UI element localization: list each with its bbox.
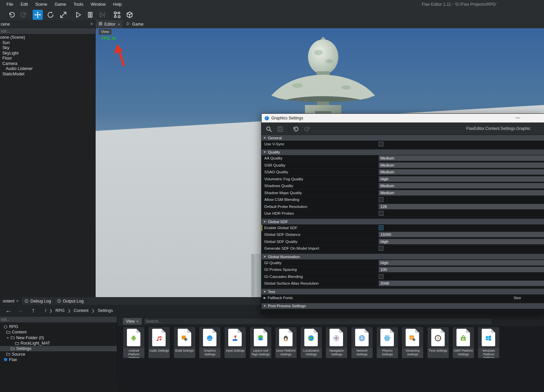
asset-network-settings[interactable]: Network Settings bbox=[351, 327, 373, 358]
section-header-general[interactable]: ▼General bbox=[262, 135, 544, 141]
value-field[interactable]: Medium bbox=[379, 163, 544, 168]
rotate-tool-button[interactable] bbox=[45, 10, 56, 20]
value-field[interactable]: 15000 bbox=[379, 232, 544, 237]
checkbox[interactable]: ✓ bbox=[379, 225, 383, 230]
save-icon-button[interactable] bbox=[276, 124, 284, 133]
up-arrow-icon[interactable]: ↑ bbox=[28, 307, 39, 314]
close-icon[interactable]: × bbox=[118, 22, 121, 27]
redo-icon-button[interactable] bbox=[303, 124, 311, 133]
pause-tool-button[interactable] bbox=[85, 10, 95, 20]
section-header-quality[interactable]: ▼Quality bbox=[262, 149, 544, 155]
menu-file[interactable]: File bbox=[3, 0, 17, 9]
menu-tools[interactable]: Tools bbox=[70, 0, 87, 9]
scene-node-staticmodel[interactable]: StaticModel bbox=[0, 72, 95, 77]
tab-editor[interactable]: Editor × bbox=[96, 20, 123, 28]
asset-android-platform-settings[interactable]: Android Platform Settings bbox=[123, 327, 144, 358]
undo-icon-button[interactable] bbox=[291, 124, 300, 133]
scene-node-audio-listener[interactable]: Audio Listener bbox=[0, 66, 95, 72]
content-tree-node-source[interactable]: Source bbox=[0, 351, 117, 357]
checkbox[interactable] bbox=[379, 274, 383, 279]
tab-game[interactable]: Game bbox=[123, 20, 146, 28]
asset-navigation-settings[interactable]: Navigation Settings bbox=[326, 327, 347, 358]
tab-output-log[interactable]: Output Log bbox=[54, 297, 87, 305]
checkbox[interactable] bbox=[379, 211, 383, 216]
scene-node-sky[interactable]: Sky bbox=[0, 45, 95, 51]
breadcrumb-content[interactable]: Content bbox=[72, 308, 90, 313]
asset-build-settings[interactable]: Build Settings bbox=[174, 327, 195, 358]
view-menu-button[interactable]: View bbox=[99, 29, 111, 35]
box-tool-button[interactable] bbox=[125, 10, 135, 20]
tab-ontent[interactable]: ontent× bbox=[0, 297, 22, 305]
value-field[interactable]: 128 bbox=[379, 204, 544, 209]
asset-layers-and-tags-settings[interactable]: Layers And Tags Settings bbox=[250, 327, 271, 358]
value-field[interactable]: 100 bbox=[379, 267, 544, 272]
search-icon-button[interactable] bbox=[264, 124, 273, 133]
content-tree-node-new-folder-0-[interactable]: ▾New Folder (0) bbox=[0, 335, 117, 341]
chevron-right-icon[interactable]: ▶ bbox=[262, 296, 268, 299]
menu-scene[interactable]: Scene bbox=[32, 0, 51, 9]
settings-window-titlebar[interactable]: Graphics Settings — bbox=[262, 114, 544, 122]
undo-tool-button[interactable] bbox=[7, 10, 17, 20]
tab-debug-log[interactable]: Debug Log bbox=[22, 297, 54, 305]
section-header-text[interactable]: ▼Text bbox=[262, 289, 544, 294]
menu-game[interactable]: Game bbox=[51, 0, 70, 9]
move-tool-button[interactable] bbox=[33, 10, 43, 20]
menu-window[interactable]: Window bbox=[87, 0, 109, 9]
step-tool-button[interactable] bbox=[97, 10, 107, 20]
close-icon[interactable]: × bbox=[89, 21, 94, 27]
content-tree-node-rpg[interactable]: RPG bbox=[0, 324, 117, 329]
asset-streaming-settings[interactable]: Streaming Settings bbox=[402, 327, 423, 358]
content-view-button[interactable]: View ▼ bbox=[123, 318, 142, 325]
content-tree-node-rocklight-mat[interactable]: RockLight_MAT bbox=[0, 341, 117, 346]
checkbox[interactable] bbox=[379, 197, 383, 202]
play-tool-button[interactable] bbox=[73, 10, 83, 20]
checkbox[interactable] bbox=[379, 142, 383, 146]
breadcrumb-rpg[interactable]: RPG bbox=[54, 308, 66, 313]
minimize-button[interactable]: — bbox=[513, 114, 522, 122]
asset-input-settings[interactable]: Input Settings bbox=[225, 327, 246, 358]
scene-node-floor[interactable]: Floor bbox=[0, 56, 95, 61]
forward-arrow-icon[interactable]: → bbox=[14, 307, 26, 314]
value-field[interactable]: High bbox=[379, 176, 544, 182]
chevron-down-icon[interactable]: ▾ bbox=[7, 336, 10, 340]
scene-search-input[interactable] bbox=[0, 28, 95, 34]
section-header-global-illumination[interactable]: ▼Global Illumination bbox=[262, 254, 544, 259]
asset-linux-platform-settings[interactable]: Linux Platform Settings bbox=[275, 327, 297, 358]
value-field[interactable]: High bbox=[379, 260, 544, 265]
redo-tool-button[interactable] bbox=[19, 10, 29, 20]
scene-node-skylight[interactable]: SkyLight bbox=[0, 51, 95, 56]
tab-scene[interactable]: cene bbox=[0, 22, 10, 27]
content-search-input[interactable] bbox=[143, 318, 492, 325]
value-field[interactable]: Medium bbox=[379, 190, 544, 195]
content-tree-search-input[interactable] bbox=[0, 317, 117, 322]
asset-time-settings[interactable]: Time Settings bbox=[428, 327, 449, 358]
checkbox[interactable] bbox=[379, 246, 383, 251]
asset-windows-platform-settings[interactable]: Windows Platform Settings bbox=[478, 327, 499, 358]
value-field[interactable]: Medium bbox=[379, 169, 544, 175]
scale-tool-button[interactable] bbox=[58, 10, 68, 20]
scene-node-sun[interactable]: Sun bbox=[0, 40, 95, 46]
value-field[interactable]: Medium bbox=[379, 155, 544, 161]
asset-graphics-settings[interactable]: Graphics Settings bbox=[199, 327, 220, 358]
menu-edit[interactable]: Edit bbox=[17, 0, 32, 9]
scene-node-cene-scene-[interactable]: cene (Scene) bbox=[0, 35, 95, 40]
section-header-post-process-settings[interactable]: ▼Post Process Settings bbox=[262, 303, 544, 309]
back-arrow-icon[interactable]: ← bbox=[3, 307, 14, 314]
asset-audio-settings[interactable]: Audio Settings bbox=[148, 327, 170, 358]
content-tree-node-content[interactable]: Content bbox=[0, 329, 117, 335]
nodes-tool-button[interactable] bbox=[112, 10, 122, 20]
value-field[interactable]: Medium bbox=[379, 183, 544, 188]
asset-uwp-platform-settings[interactable]: UWP Platform Settings bbox=[453, 327, 474, 358]
menu-help[interactable]: Help bbox=[109, 0, 126, 9]
close-icon[interactable]: × bbox=[16, 298, 19, 304]
asset-physics-settings[interactable]: Physics Settings bbox=[377, 327, 398, 358]
value-field[interactable]: High bbox=[379, 239, 544, 244]
content-tree-node-flax[interactable]: Flax bbox=[0, 357, 117, 362]
breadcrumb-settings[interactable]: Settings bbox=[96, 308, 114, 313]
scene-node-camera[interactable]: Camera bbox=[0, 61, 95, 67]
section-header-global-sdf[interactable]: ▼Global SDF bbox=[262, 219, 544, 224]
breadcrumb-root[interactable]: / bbox=[43, 308, 48, 313]
asset-localization-settings[interactable]: Localization Settings bbox=[301, 327, 322, 358]
content-tree-node-settings[interactable]: Settings bbox=[0, 346, 117, 351]
value-field[interactable]: 2048 bbox=[379, 281, 544, 286]
